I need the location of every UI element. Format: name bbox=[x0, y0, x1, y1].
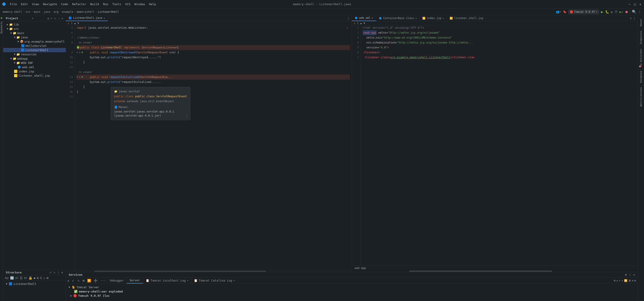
services-grid-icon[interactable]: ⊞ bbox=[81, 279, 86, 282]
bookmarks-icon[interactable]: ■ bbox=[0, 16, 4, 20]
filter-tag1-icon[interactable]: 🏷 bbox=[24, 276, 27, 280]
services-rt-icon2[interactable]: ↺ bbox=[616, 279, 618, 282]
tab-indexjsp[interactable]: 🟨 index.jsp ✕ bbox=[420, 16, 447, 21]
services-rt-icon8[interactable]: ⊞ bbox=[634, 279, 636, 282]
structure-collapse-icon[interactable]: ⤡ bbox=[53, 271, 56, 274]
breadcrumb-org[interactable]: org bbox=[54, 10, 58, 14]
structure-close-icon[interactable]: ✕ bbox=[61, 271, 63, 274]
filter-tag2-icon[interactable]: 🔒 bbox=[28, 276, 32, 280]
breadcrumb-current[interactable]: ListenerShell bbox=[98, 10, 119, 14]
tab-tomcat-localhost-log[interactable]: 📋 Tomcat Localhost Log ✕ bbox=[143, 278, 192, 283]
sort-alpha-icon[interactable]: Az bbox=[5, 276, 9, 280]
right-nav-up[interactable]: ▲ bbox=[360, 22, 362, 25]
tab-debugger[interactable]: Debugger bbox=[107, 278, 127, 283]
services-add-icon[interactable]: ➕ bbox=[92, 279, 99, 282]
pane-options-icon[interactable]: ⋮ bbox=[347, 16, 350, 20]
project-dropdown-icon[interactable]: ▾ bbox=[32, 17, 34, 20]
services-collapse-icon[interactable]: ⤡ bbox=[76, 279, 81, 282]
tab-tomcat-catalina-log[interactable]: 📋 Tomcat Catalina Log ✕ bbox=[191, 278, 238, 283]
services-options-icon[interactable]: ⋮ bbox=[628, 273, 632, 276]
vcs-update-icon[interactable]: 👥⬇ bbox=[556, 10, 561, 14]
run-config-selector[interactable]: 🔴 Tomcat 9.0.97 ▾ bbox=[568, 10, 599, 14]
options-icon[interactable]: ⋮ bbox=[58, 17, 60, 20]
breadcrumb-project[interactable]: memory-shell bbox=[3, 10, 22, 14]
left-code-content[interactable]: 5 6 7 8 9 10 11 12 13 14 15 bbox=[66, 25, 352, 270]
listenershell-tab-close[interactable]: ✕ bbox=[104, 17, 105, 19]
filter-public-icon[interactable]: 🏷 bbox=[15, 276, 18, 280]
breadcrumb-main[interactable]: main bbox=[34, 10, 40, 14]
sidebar-maven[interactable]: Maven bbox=[638, 17, 643, 28]
tree-item-webapp[interactable]: ▼ 📁 webapp bbox=[3, 56, 66, 61]
tree-item-webinf[interactable]: ▼ 📁 WEB-INF bbox=[3, 61, 66, 65]
menu-run[interactable]: Run bbox=[101, 2, 110, 7]
tree-item-java[interactable]: ▼ 📁 java bbox=[3, 35, 66, 40]
locate-file-icon[interactable]: ◎ bbox=[48, 17, 49, 20]
tomcat-version-item[interactable]: ▶ 🔴 Tomcat 9.0.97 [loc bbox=[68, 294, 635, 298]
sidebar-notifications[interactable]: Notifications bbox=[638, 86, 643, 108]
filter-diamond-icon[interactable]: ◆ bbox=[34, 276, 36, 280]
run-config-dropdown-icon[interactable]: ▾ bbox=[596, 10, 598, 14]
menu-refactor[interactable]: Refactor bbox=[70, 2, 88, 7]
sort-type-icon[interactable]: 🔤 bbox=[10, 276, 14, 280]
indexjsp-tab-close[interactable]: ✕ bbox=[443, 17, 444, 20]
services-expand-icon[interactable]: ⤢ bbox=[70, 279, 76, 282]
filter-box-icon[interactable]: ☐ bbox=[43, 276, 45, 280]
coverage-button[interactable]: ◎ bbox=[611, 10, 612, 14]
menu-window[interactable]: Window bbox=[133, 2, 147, 7]
tree-item-listenershell-jsp[interactable]: 🟨 listener_shell.jsp bbox=[3, 74, 66, 78]
services-rt-icon4[interactable]: ⬆ bbox=[621, 279, 623, 282]
right-pane-nav-down[interactable]: ⬇ bbox=[630, 16, 632, 20]
structure-options-icon[interactable]: ⋮ bbox=[57, 271, 60, 274]
minimize-button[interactable]: ─ bbox=[628, 2, 631, 7]
tree-item-listenershell[interactable]: 🟦 ListenerShell bbox=[3, 48, 66, 52]
tomcat-catalina-log-close[interactable]: ✕ bbox=[234, 279, 235, 282]
close-sidebar-icon[interactable]: ✕ bbox=[62, 17, 63, 20]
services-refresh-icon[interactable]: ↺ bbox=[66, 279, 70, 282]
tomcat-localhost-log-close[interactable]: ✕ bbox=[187, 279, 188, 282]
collapse-icon[interactable]: ⤡ bbox=[54, 17, 56, 20]
sidebar-endpoints[interactable]: Endpoints bbox=[638, 29, 643, 46]
tree-item-package[interactable]: ▼ 📦 org.example.memoryshell bbox=[3, 40, 66, 44]
close-button[interactable]: ✕ bbox=[638, 2, 642, 7]
menu-code[interactable]: Code bbox=[60, 2, 70, 7]
breadcrumb-src[interactable]: src bbox=[26, 10, 30, 14]
tab-containerbase[interactable]: 🔷 ContainerBase.class ✕ bbox=[376, 16, 420, 21]
breadcrumb-java[interactable]: java bbox=[44, 10, 50, 14]
menu-help[interactable]: Help bbox=[147, 2, 158, 7]
tab-server[interactable]: Server bbox=[127, 278, 143, 284]
tree-item-main[interactable]: ▼ 📁 main bbox=[3, 31, 66, 35]
nav-down-icon[interactable]: ▼ bbox=[78, 22, 79, 25]
filter-gear-icon[interactable]: ⚙ bbox=[37, 276, 38, 280]
tree-item-indexjsp[interactable]: 🟨 index.jsp bbox=[3, 69, 66, 74]
filter-list-icon[interactable]: ☰ bbox=[20, 276, 23, 280]
sidebar-database[interactable]: Database bbox=[638, 69, 643, 84]
tomcat-server-item[interactable]: ▼ 🐈 Tomcat Server bbox=[68, 285, 635, 289]
maximize-button[interactable]: □ bbox=[633, 2, 636, 7]
right-nav-down[interactable]: ▼ bbox=[364, 22, 365, 25]
tab-listenershell[interactable]: 🟦 ListenerShell.java ✕ bbox=[66, 15, 108, 21]
services-rt-icon7[interactable]: ≡ bbox=[632, 279, 634, 282]
tree-item-webxml[interactable]: 🔷 web.xml bbox=[3, 65, 66, 69]
tree-item-lib[interactable]: ▶ 📁 lib bbox=[3, 22, 66, 27]
services-rt-icon1[interactable]: ⊞ bbox=[614, 279, 616, 282]
menu-tools[interactable]: Tools bbox=[110, 2, 123, 7]
menu-build[interactable]: Build bbox=[88, 2, 101, 7]
bookmarks-label[interactable]: Bookmarks bbox=[0, 20, 4, 34]
services-settings-icon[interactable]: ⚙ bbox=[625, 273, 627, 276]
tree-item-src[interactable]: ▼ 📁 src bbox=[3, 27, 66, 31]
stop-button[interactable]: ⏹ bbox=[625, 10, 628, 14]
menu-view[interactable]: View bbox=[30, 2, 41, 7]
tree-item-resources[interactable]: ▼ 📁 resources bbox=[3, 52, 66, 56]
webxml-tab-close[interactable]: ✕ bbox=[372, 17, 373, 19]
right-pane-options[interactable]: ⋮ bbox=[633, 16, 636, 20]
menu-vcs[interactable]: VCS bbox=[123, 2, 132, 7]
containerbase-tab-close[interactable]: ✕ bbox=[415, 17, 417, 20]
profile-button[interactable]: ⏱ bbox=[614, 10, 618, 14]
menu-edit[interactable]: Edit bbox=[19, 2, 30, 7]
settings-menu-button[interactable]: ⋮ bbox=[638, 10, 641, 14]
sidebar-ai-assistant[interactable]: AI Assistant bbox=[638, 47, 643, 68]
structure-expand-icon[interactable]: ⤢ bbox=[49, 271, 52, 274]
services-rt-icon6[interactable]: 🖥 bbox=[628, 279, 631, 282]
breadcrumb-memoryshell[interactable]: memoryshell bbox=[77, 10, 94, 14]
services-rt-icon5[interactable]: ⏩ bbox=[624, 279, 628, 282]
